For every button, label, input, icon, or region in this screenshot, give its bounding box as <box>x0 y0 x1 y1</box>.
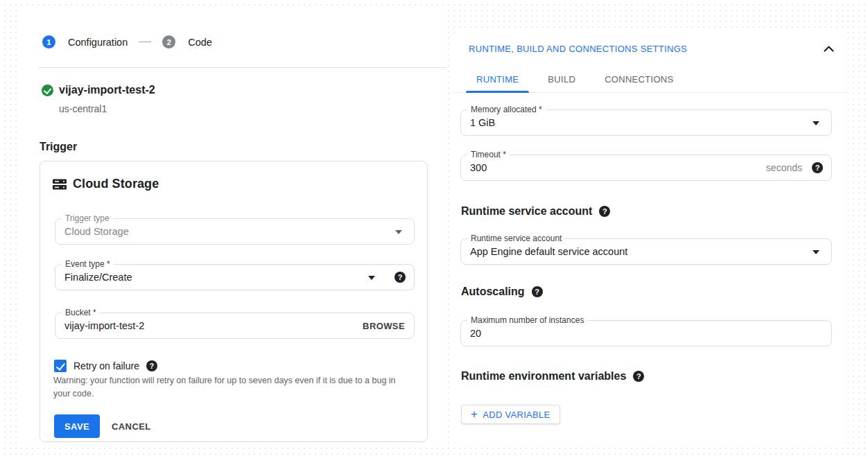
max-instances-field: Maximum number of instances <box>460 320 832 347</box>
retry-checkbox[interactable] <box>54 360 67 372</box>
timeout-help-icon[interactable]: ? <box>812 162 823 173</box>
timeout-field: Timeout * seconds ? <box>460 155 832 181</box>
autoscaling-title: Autoscaling <box>461 286 525 298</box>
service-account-title: Runtime service account <box>461 205 592 218</box>
settings-section-toggle[interactable]: RUNTIME, BUILD AND CONNECTIONS SETTINGS <box>469 44 834 54</box>
runtime-service-account-select[interactable]: Runtime service account App Engine defau… <box>460 238 832 265</box>
tab-connections[interactable]: CONNECTIONS <box>594 67 684 92</box>
autoscaling-help-icon[interactable]: ? <box>532 286 543 297</box>
event-type-label: Event type * <box>62 259 114 269</box>
runtime-settings-panel: RUNTIME, BUILD AND CONNECTIONS SETTINGS … <box>453 32 848 446</box>
max-instances-input[interactable] <box>470 321 692 346</box>
plus-icon: + <box>471 408 478 420</box>
runtime-service-account-label: Runtime service account <box>467 234 565 243</box>
event-type-select[interactable]: Event type * Finalize/Create ? <box>55 264 415 290</box>
step-connector-line <box>139 42 151 43</box>
event-type-help-icon[interactable]: ? <box>394 272 406 283</box>
runtime-service-account-value: App Engine default service account <box>470 246 627 257</box>
memory-allocated-label: Memory allocated * <box>467 105 546 114</box>
trigger-card-header: Cloud Storage <box>53 177 159 191</box>
tab-runtime[interactable]: RUNTIME <box>466 67 529 92</box>
step-2-label: Code <box>188 37 212 48</box>
dropdown-arrow-icon <box>813 250 819 254</box>
service-account-help-icon[interactable]: ? <box>599 206 610 217</box>
add-variable-button[interactable]: + ADD VARIABLE <box>461 405 560 424</box>
trigger-card-title: Cloud Storage <box>73 177 159 191</box>
function-name: vijay-import-test-2 <box>59 84 155 96</box>
service-account-heading: Runtime service account ? <box>461 205 610 218</box>
trigger-type-value: Cloud Storage <box>64 226 129 237</box>
stepper-divider <box>38 67 447 68</box>
dropdown-arrow-icon <box>368 276 375 280</box>
retry-help-icon[interactable]: ? <box>146 360 157 371</box>
env-variables-title: Runtime environment variables <box>461 370 626 383</box>
browse-button[interactable]: BROWSE <box>363 321 405 331</box>
cloud-storage-icon <box>53 177 67 191</box>
step-1-badge: 1 <box>42 35 55 49</box>
chevron-up-icon <box>824 46 834 52</box>
timeout-unit: seconds <box>766 162 802 173</box>
stepper: 1 Configuration 2 Code <box>42 35 212 49</box>
bucket-input[interactable] <box>64 313 279 338</box>
function-name-row: vijay-import-test-2 <box>42 84 155 96</box>
add-variable-label: ADD VARIABLE <box>483 410 550 420</box>
stepper-step-configuration[interactable]: 1 Configuration <box>42 35 128 49</box>
retry-warning-text: Warning: your function will retry on fai… <box>53 374 414 401</box>
success-check-icon <box>42 85 53 96</box>
stepper-step-code[interactable]: 2 Code <box>162 35 212 49</box>
dropdown-arrow-icon <box>395 230 402 234</box>
tab-build[interactable]: BUILD <box>537 67 586 92</box>
form-actions: SAVE CANCEL <box>54 414 151 438</box>
step-1-label: Configuration <box>68 37 128 48</box>
trigger-section-title: Trigger <box>40 141 77 153</box>
settings-section-title: RUNTIME, BUILD AND CONNECTIONS SETTINGS <box>469 44 687 54</box>
save-button[interactable]: SAVE <box>54 414 100 438</box>
autoscaling-heading: Autoscaling ? <box>461 286 543 298</box>
step-2-badge: 2 <box>162 35 175 49</box>
trigger-type-label: Trigger type <box>62 213 113 223</box>
trigger-card: Cloud Storage Trigger type Cloud Storage… <box>40 161 428 442</box>
memory-allocated-value: 1 GiB <box>470 117 495 128</box>
trigger-type-select[interactable]: Trigger type Cloud Storage <box>55 218 415 245</box>
dropdown-arrow-icon <box>813 121 819 125</box>
env-variables-heading: Runtime environment variables ? <box>461 370 644 383</box>
function-config-panel: 1 Configuration 2 Code vijay-import-test… <box>17 6 447 446</box>
function-region: us-central1 <box>59 103 107 114</box>
memory-allocated-select[interactable]: Memory allocated * 1 GiB <box>460 109 832 136</box>
bucket-field: Bucket * BROWSE <box>55 313 415 339</box>
event-type-value: Finalize/Create <box>64 272 132 283</box>
env-variables-help-icon[interactable]: ? <box>633 371 644 382</box>
timeout-input[interactable] <box>470 155 692 180</box>
retry-label: Retry on failure <box>73 360 139 371</box>
retry-on-failure-row: Retry on failure ? <box>54 360 157 372</box>
settings-tabs: RUNTIME BUILD CONNECTIONS <box>453 67 848 93</box>
cancel-button[interactable]: CANCEL <box>112 421 151 432</box>
